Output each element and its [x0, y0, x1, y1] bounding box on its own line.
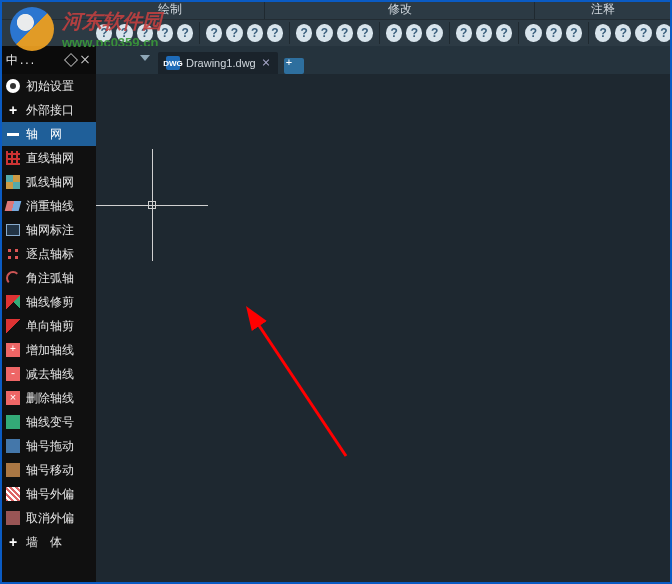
ribbon-tool-icon[interactable]: ?	[177, 24, 193, 42]
ribbon-toolbar: ??????????????????????????	[0, 20, 672, 46]
tool-label: 轴号外偏	[26, 486, 74, 503]
grid-b-icon	[5, 174, 21, 190]
tool-item-5[interactable]: 消重轴线	[0, 194, 96, 218]
tool-item-3[interactable]: 直线轴网	[0, 146, 96, 170]
ribbon-tool-icon[interactable]: ?	[247, 24, 263, 42]
ribbon-tool-icon[interactable]: ?	[316, 24, 332, 42]
tool-label: 消重轴线	[26, 198, 74, 215]
ribbon-separator	[518, 22, 519, 44]
tool-label: 减去轴线	[26, 366, 74, 383]
ribbon-separator	[449, 22, 450, 44]
new-tab-button[interactable]	[284, 58, 304, 74]
ribbon-tool-icon[interactable]: ?	[635, 24, 651, 42]
drag-icon	[5, 438, 21, 454]
tool-item-4[interactable]: 弧线轴网	[0, 170, 96, 194]
tool-label: 角注弧轴	[26, 270, 74, 287]
tab-filename: Drawing1.dwg	[186, 57, 256, 69]
ribbon-tool-icon[interactable]: ?	[267, 24, 283, 42]
tool-item-18[interactable]: 取消外偏	[0, 506, 96, 530]
ribbon-tool-icon[interactable]: ?	[96, 24, 112, 42]
palette-header[interactable]: 中...	[0, 46, 96, 74]
ribbon-tool-icon[interactable]: ?	[116, 24, 132, 42]
ribbon-tool-icon[interactable]: ?	[386, 24, 402, 42]
ribbon-tool-icon[interactable]: ?	[496, 24, 512, 42]
tool-item-15[interactable]: 轴号拖动	[0, 434, 96, 458]
tab-list-dropdown-icon[interactable]	[140, 55, 150, 65]
tool-item-19[interactable]: +墙 体	[0, 530, 96, 554]
tool-palette: 中... 初始设置+外部接口轴 网直线轴网弧线轴网消重轴线轴网标注逐点轴标角注弧…	[0, 46, 96, 584]
ribbon-separator	[588, 22, 589, 44]
ribbon-tool-icon[interactable]: ?	[157, 24, 173, 42]
renum-icon	[5, 414, 21, 430]
close-icon[interactable]	[80, 55, 90, 65]
tool-label: 轴线变号	[26, 414, 74, 431]
gear-icon	[5, 78, 21, 94]
tool-label: 轴 网	[26, 126, 62, 143]
tool-item-7[interactable]: 逐点轴标	[0, 242, 96, 266]
ribbon-tool-icon[interactable]: ?	[406, 24, 422, 42]
tool-label: 初始设置	[26, 78, 74, 95]
svg-line-0	[256, 321, 346, 456]
trim-icon	[5, 294, 21, 310]
ribbon-tool-icon[interactable]: ?	[357, 24, 373, 42]
ribbon-tool-icon[interactable]: ?	[456, 24, 472, 42]
off-icon	[5, 486, 21, 502]
tool-label: 取消外偏	[26, 510, 74, 527]
tool-item-11[interactable]: 增加轴线	[0, 338, 96, 362]
tool-item-6[interactable]: 轴网标注	[0, 218, 96, 242]
pin-icon[interactable]	[64, 53, 78, 67]
tool-label: 轴网标注	[26, 222, 74, 239]
tool-item-8[interactable]: 角注弧轴	[0, 266, 96, 290]
addln-icon	[5, 342, 21, 358]
tool-item-17[interactable]: 轴号外偏	[0, 482, 96, 506]
grid-r-icon	[5, 150, 21, 166]
drawing-viewport[interactable]: DWG Drawing1.dwg	[96, 46, 672, 584]
palette-title: 中...	[6, 52, 62, 69]
tab-close-icon[interactable]	[262, 59, 270, 67]
ribbon-tool-icon[interactable]: ?	[137, 24, 153, 42]
ribbon-separator	[289, 22, 290, 44]
ribbon-tool-icon[interactable]: ?	[566, 24, 582, 42]
tool-item-10[interactable]: 单向轴剪	[0, 314, 96, 338]
pts-icon	[5, 246, 21, 262]
ribbon-tool-icon[interactable]: ?	[426, 24, 442, 42]
ribbon-tool-icon[interactable]: ?	[546, 24, 562, 42]
cancel-icon	[5, 510, 21, 526]
ribbon-separator	[199, 22, 200, 44]
menu-bar: 绘制 修改 注释	[0, 0, 672, 20]
ribbon-tool-icon[interactable]: ?	[476, 24, 492, 42]
ribbon-tool-icon[interactable]: ?	[525, 24, 541, 42]
plus-icon: +	[5, 534, 21, 550]
tool-label: 逐点轴标	[26, 246, 74, 263]
tool-item-1[interactable]: +外部接口	[0, 98, 96, 122]
document-tabs: DWG Drawing1.dwg	[96, 46, 672, 74]
tool-item-12[interactable]: 减去轴线	[0, 362, 96, 386]
tool-item-16[interactable]: 轴号移动	[0, 458, 96, 482]
dwg-file-icon: DWG	[166, 56, 180, 70]
tool-item-14[interactable]: 轴线变号	[0, 410, 96, 434]
del-icon	[5, 390, 21, 406]
ribbon-tool-icon[interactable]: ?	[206, 24, 222, 42]
menu-modify[interactable]: 修改	[265, 0, 535, 19]
tool-item-2[interactable]: 轴 网	[0, 122, 96, 146]
ribbon-tool-icon[interactable]: ?	[337, 24, 353, 42]
tool-label: 直线轴网	[26, 150, 74, 167]
tag-icon	[5, 222, 21, 238]
tool-item-0[interactable]: 初始设置	[0, 74, 96, 98]
tool-label: 删除轴线	[26, 390, 74, 407]
ribbon-tool-icon[interactable]: ?	[656, 24, 672, 42]
tool-item-13[interactable]: 删除轴线	[0, 386, 96, 410]
tool-label: 弧线轴网	[26, 174, 74, 191]
document-tab[interactable]: DWG Drawing1.dwg	[158, 52, 278, 74]
arc-icon	[5, 270, 21, 286]
ribbon-tool-icon[interactable]: ?	[296, 24, 312, 42]
ribbon-tool-icon[interactable]: ?	[615, 24, 631, 42]
trim1-icon	[5, 318, 21, 334]
ribbon-separator	[379, 22, 380, 44]
ribbon-tool-icon[interactable]: ?	[226, 24, 242, 42]
move-icon	[5, 462, 21, 478]
menu-draw[interactable]: 绘制	[75, 0, 265, 19]
tool-item-9[interactable]: 轴线修剪	[0, 290, 96, 314]
menu-annotate[interactable]: 注释	[535, 0, 672, 19]
ribbon-tool-icon[interactable]: ?	[595, 24, 611, 42]
